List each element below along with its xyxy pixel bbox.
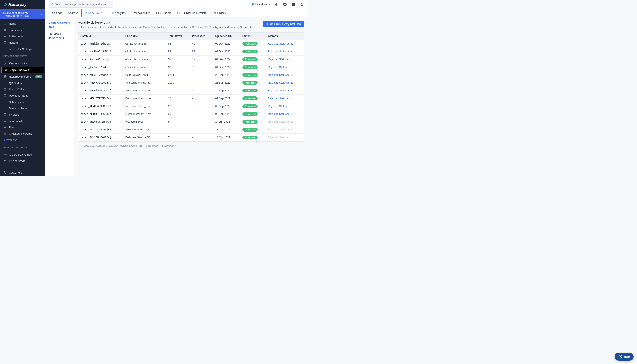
status-badge: Processed xyxy=(242,128,258,132)
footer-link-privacy[interactable]: Privacy Policy xyxy=(161,144,176,147)
nav-payment-links[interactable]: Payment Links xyxy=(0,60,46,66)
cell-total-rows: 52 xyxy=(166,40,190,48)
status-dot-icon xyxy=(252,3,254,6)
nav-account-settings[interactable]: Account & Settings xyxy=(0,46,46,52)
tab-order-analytics[interactable]: Order Analytics xyxy=(128,9,153,17)
download-icon xyxy=(290,73,293,77)
cell-total-rows: 5 xyxy=(166,118,190,126)
svg-point-2 xyxy=(5,71,5,71)
svg-point-25 xyxy=(301,3,303,4)
cell-file-name: Demo merchant_ Live ... xyxy=(123,86,166,94)
footer-link-terms[interactable]: Terms of Use xyxy=(144,144,158,147)
rejected-statuses-link[interactable]: Rejected Statuses xyxy=(268,66,293,69)
search-box[interactable] xyxy=(49,1,113,8)
settlements-banner[interactable]: Settlements Enabled Personalise your Acc… xyxy=(0,9,46,19)
tab-settings[interactable]: Settings xyxy=(49,9,65,17)
nav-label: Settlements xyxy=(9,35,24,38)
rejected-statuses-link[interactable]: Rejected Statuses xyxy=(268,89,293,92)
nav-corporate-cards[interactable]: X Corporate Cards xyxy=(0,152,46,158)
rejected-statuses-link[interactable]: Rejected Statuses xyxy=(268,97,293,100)
cell-batch-id: batch_Kn0kinh2XheIvX xyxy=(78,40,123,48)
profile-icon[interactable] xyxy=(300,2,304,7)
rejected-statuses-link[interactable]: Rejected Statuses xyxy=(268,42,293,46)
svg-rect-7 xyxy=(4,83,5,84)
cell-actions: Rejected Statuses xyxy=(266,55,304,63)
cell-batch-id: batch_JhLdttl5SnPRin xyxy=(78,118,123,126)
nav-settlements[interactable]: Settlements xyxy=(0,33,46,40)
rejected-statuses-link[interactable]: Rejected Statuses xyxy=(268,50,293,53)
svg-point-21 xyxy=(294,4,295,5)
cell-uploaded-on: 01 Dec 2022 xyxy=(213,63,240,71)
svg-rect-6 xyxy=(5,82,6,83)
rejected-statuses-link[interactable]: Rejected Statuses xyxy=(268,73,293,77)
tab-edit-orders[interactable]: Edit Orders xyxy=(209,9,229,17)
tab-address[interactable]: Address xyxy=(65,9,81,17)
footer: © 2017-2023 Copyright Razorpay · Merchan… xyxy=(78,142,304,150)
nav-payment-button[interactable]: Payment Button xyxy=(0,105,46,112)
announcements-icon[interactable] xyxy=(274,2,279,7)
nav-customers[interactable]: Customers xyxy=(0,169,46,176)
status-badge: Processed xyxy=(242,136,258,139)
svg-rect-12 xyxy=(4,154,6,156)
nav-razorpay-me[interactable]: Razorpay.me LinkNEW xyxy=(0,74,46,80)
search-input[interactable] xyxy=(55,3,111,6)
nav-payment-pages[interactable]: Payment Pages xyxy=(0,92,46,99)
apps-grid-icon[interactable] xyxy=(291,2,296,7)
tab-cod-order-conversion[interactable]: COD Order Conversion xyxy=(174,9,209,17)
svg-rect-0 xyxy=(4,42,6,44)
nav-transactions[interactable]: Transactions xyxy=(0,27,46,33)
cell-processed: - xyxy=(190,126,213,134)
table-row: batch_KMZ6K3qG9v73viThe White Willow - S… xyxy=(78,79,304,86)
nav-reports[interactable]: Reports xyxy=(0,40,46,46)
nav-label: Razorpay.me Link xyxy=(9,75,31,78)
subnav-pre-magic[interactable]: Pre-Magic delivery data xyxy=(48,31,71,42)
cell-total-rows: 20 xyxy=(166,86,190,94)
nav-magic-checkout[interactable]: Magic Checkout xyxy=(1,67,44,73)
cell-status: Processed xyxy=(240,110,266,118)
live-mode-toggle[interactable]: Live Mode xyxy=(252,3,270,6)
svg-rect-8 xyxy=(4,94,6,97)
cell-batch-id: batch_JCb15WdKxO8PyQ xyxy=(78,134,123,141)
sidebar: Razorpay Settlements Enabled Personalise… xyxy=(0,0,46,176)
nav-checkout-rewards[interactable]: Checkout Rewards xyxy=(0,130,46,137)
brand-logo[interactable]: Razorpay xyxy=(0,0,46,9)
upload-delivery-statuses-button[interactable]: Upload Delivery Statuses xyxy=(263,21,304,27)
nav-home[interactable]: Home xyxy=(0,20,46,27)
nav-label: Line of Credit xyxy=(9,160,25,162)
cell-total-rows: 52 xyxy=(166,48,190,55)
status-badge: Processed xyxy=(242,112,258,116)
tab-cod-orders[interactable]: COD Orders xyxy=(153,9,174,17)
table-row: batch_Kn0kinh2XheIvXeShipz test status -… xyxy=(78,40,304,48)
plus-icon xyxy=(266,23,269,25)
nav-smart-collect[interactable]: Smart Collect xyxy=(0,86,46,92)
download-icon xyxy=(290,136,293,139)
tab-rto-analytics[interactable]: RTO Analytics xyxy=(106,9,128,17)
rejected-statuses-link[interactable]: Rejected Statuses xyxy=(268,58,293,61)
show-less-toggle[interactable]: SHOW LESS xyxy=(0,137,46,144)
nav-subscriptions[interactable]: Subscriptions xyxy=(0,99,46,105)
nav-line-of-credit[interactable]: Line of Credit xyxy=(0,158,46,164)
table-row: batch_KFiURQZH0BdEBVDemo merchant_ Live … xyxy=(78,102,304,110)
rejected-statuses-link[interactable]: Rejected Statuses xyxy=(268,112,293,116)
gift-icon xyxy=(4,132,7,135)
svg-point-14 xyxy=(52,4,53,5)
rejected-statuses-link[interactable]: Rejected Statuses xyxy=(268,104,293,108)
table-row: batch_Kma3zfOPQuAnfjeShipz test status -… xyxy=(78,63,304,71)
cell-uploaded-on: 28 Sep 2022 xyxy=(213,71,240,79)
tab-delivery-status[interactable]: Delivery Status xyxy=(81,9,106,17)
table-row: batch_KmgUr9GidWIDwNeShipz test status -… xyxy=(78,48,304,55)
nav-route[interactable]: Route xyxy=(0,124,46,130)
rejected-statuses-link[interactable]: Rejected Statuses xyxy=(268,81,293,84)
delivery-table: Batch Id File Name Total Rows Processed … xyxy=(78,32,304,142)
subnav-monthly[interactable]: Monthly delivery data xyxy=(48,20,71,31)
nav-invoices[interactable]: Invoices xyxy=(0,112,46,118)
col-status: Status xyxy=(240,32,266,40)
cell-total-rows: 20 xyxy=(166,110,190,118)
download-icon xyxy=(290,104,293,108)
nav-qr-codes[interactable]: QR Codes xyxy=(0,80,46,86)
footer-link-merchant[interactable]: Merchant Agreement xyxy=(120,144,142,147)
cell-total-rows: 27045 xyxy=(166,71,190,79)
nav-label: Payment Pages xyxy=(9,94,28,97)
activity-icon[interactable] xyxy=(282,2,287,7)
nav-affordability[interactable]: Affordability xyxy=(0,118,46,124)
